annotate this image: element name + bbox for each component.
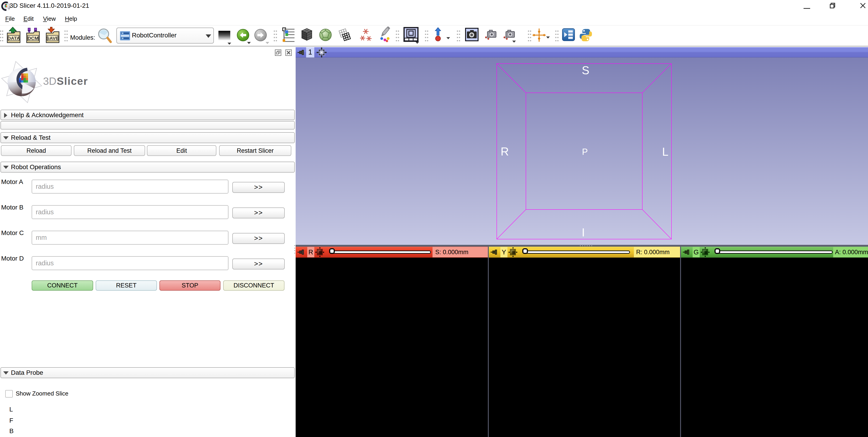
svg-text:S: S	[582, 64, 589, 77]
svg-text:L: L	[662, 145, 669, 158]
svg-text:3D: 3D	[43, 75, 57, 87]
svg-text:SAVE: SAVE	[46, 35, 59, 41]
svg-text:DATA: DATA	[7, 35, 20, 41]
svg-text:R: R	[501, 145, 509, 158]
svg-text:Slicer: Slicer	[57, 75, 88, 87]
svg-text:DCM: DCM	[28, 35, 38, 41]
svg-text:I: I	[582, 226, 585, 239]
svg-text:P: P	[582, 147, 588, 156]
